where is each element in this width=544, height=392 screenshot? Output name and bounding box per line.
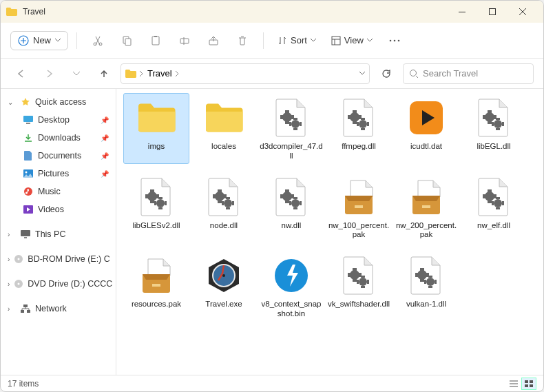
sidebar-dvd[interactable]: › DVD Drive (D:) CCCC <box>1 275 116 293</box>
minimize-button[interactable] <box>447 1 477 23</box>
svg-rect-113 <box>353 279 357 282</box>
file-item[interactable]: icudtl.dat <box>393 93 459 164</box>
maximize-button[interactable] <box>477 1 508 23</box>
sidebar-desktop[interactable]: Desktop 📌 <box>1 111 116 129</box>
new-button[interactable]: New <box>10 31 68 50</box>
sidebar-music[interactable]: Music <box>1 183 116 200</box>
cut-button[interactable] <box>85 28 110 53</box>
copy-button[interactable] <box>114 28 139 53</box>
close-button[interactable] <box>508 1 538 23</box>
sidebar-this-pc[interactable]: › This PC <box>1 225 116 243</box>
back-button[interactable] <box>10 63 32 85</box>
file-item[interactable]: v8_context_snapshot.bin <box>258 251 324 322</box>
desktop-icon <box>23 114 34 125</box>
file-label: imgs <box>148 142 165 152</box>
details-view-button[interactable] <box>506 378 521 390</box>
window-title: Travel <box>23 7 447 17</box>
svg-point-27 <box>18 283 20 285</box>
share-button[interactable] <box>201 28 226 53</box>
more-button[interactable] <box>382 28 407 53</box>
content-area[interactable]: imgslocalesd3dcompiler_47.dllffmpeg.dlli… <box>116 89 543 375</box>
file-item[interactable]: nw_elf.dll <box>461 172 527 243</box>
dll-icon <box>337 96 381 140</box>
search-input[interactable]: Search Travel <box>403 63 534 84</box>
file-item[interactable]: libGLESv2.dll <box>123 172 189 243</box>
svg-point-20 <box>24 187 32 196</box>
svg-point-13 <box>394 39 396 41</box>
downloads-icon <box>23 132 34 143</box>
pc-icon <box>20 229 31 240</box>
file-item[interactable]: d3dcompiler_47.dll <box>258 93 324 164</box>
sidebar-pictures[interactable]: Pictures 📌 <box>1 165 116 183</box>
svg-rect-127 <box>428 286 432 288</box>
disc-icon <box>14 278 23 289</box>
sidebar-downloads[interactable]: Downloads 📌 <box>1 129 116 147</box>
file-item[interactable]: vk_swiftshader.dll <box>326 251 392 322</box>
svg-rect-50 <box>367 122 369 126</box>
svg-rect-29 <box>21 310 24 313</box>
recent-button[interactable] <box>65 63 87 85</box>
navbar: Travel Search Travel <box>1 59 543 89</box>
dll-icon <box>337 254 381 298</box>
sidebar-item-label: DVD Drive (D:) CCCC <box>28 279 112 289</box>
sort-button[interactable]: Sort <box>272 31 322 50</box>
sidebar-network[interactable]: › Network <box>1 300 116 318</box>
svg-rect-64 <box>150 189 154 192</box>
pictures-icon <box>23 168 34 179</box>
file-item[interactable]: locales <box>191 93 257 164</box>
separator <box>76 32 77 49</box>
view-button[interactable]: View <box>326 31 378 50</box>
svg-point-95 <box>494 199 502 207</box>
svg-rect-17 <box>26 123 30 124</box>
file-item[interactable]: nw.dll <box>258 172 324 243</box>
breadcrumb[interactable]: Travel <box>121 63 370 84</box>
svg-rect-102 <box>492 201 494 205</box>
svg-rect-100 <box>496 197 500 199</box>
svg-rect-60 <box>492 122 494 126</box>
svg-rect-34 <box>285 121 289 124</box>
svg-rect-97 <box>488 200 492 203</box>
forward-button[interactable] <box>38 63 60 85</box>
file-item[interactable]: nw_200_percent.pak <box>393 172 459 243</box>
svg-rect-44 <box>353 121 357 124</box>
chevron-right-icon: › <box>8 231 16 238</box>
delete-button[interactable] <box>230 28 255 53</box>
refresh-button[interactable] <box>375 63 397 84</box>
breadcrumb-root[interactable] <box>125 70 143 78</box>
disc-icon <box>14 254 23 265</box>
file-item[interactable]: nw_100_percent.pak <box>326 172 392 243</box>
svg-rect-104 <box>152 284 160 287</box>
svg-rect-89 <box>293 207 297 209</box>
sidebar-quick-access[interactable]: ⌄ Quick access <box>1 93 116 111</box>
chevron-down-icon[interactable] <box>359 72 365 75</box>
file-item[interactable]: resources.pak <box>123 251 189 322</box>
file-item[interactable]: imgs <box>123 93 189 164</box>
paste-button[interactable] <box>143 28 168 53</box>
svg-rect-47 <box>361 118 365 120</box>
file-item[interactable]: libEGL.dll <box>461 93 527 164</box>
file-item[interactable]: Travel.exe <box>191 251 257 322</box>
svg-rect-56 <box>483 115 485 119</box>
file-item[interactable]: ffmpeg.dll <box>326 93 392 164</box>
dll-icon <box>472 96 516 140</box>
dll-icon <box>202 175 246 219</box>
file-item[interactable]: vulkan-1.dll <box>393 251 459 322</box>
breadcrumb-travel[interactable]: Travel <box>147 68 179 79</box>
icons-view-button[interactable] <box>521 378 536 390</box>
sidebar-videos[interactable]: Videos <box>1 200 116 218</box>
svg-point-108 <box>222 274 225 277</box>
pak-icon <box>404 175 448 219</box>
sidebar-item-label: BD-ROM Drive (E:) C <box>28 254 109 264</box>
svg-rect-93 <box>422 205 430 208</box>
up-button[interactable] <box>93 63 115 85</box>
svg-rect-101 <box>496 207 500 209</box>
sidebar-bdrom[interactable]: › BD-ROM Drive (E:) C <box>1 250 116 268</box>
sidebar-documents[interactable]: Documents 📌 <box>1 147 116 165</box>
svg-rect-9 <box>180 39 189 43</box>
status-bar: 17 items <box>1 375 543 391</box>
rename-button[interactable] <box>172 28 197 53</box>
file-item[interactable]: node.dll <box>191 172 257 243</box>
svg-rect-71 <box>165 201 167 205</box>
file-grid: imgslocalesd3dcompiler_47.dllffmpeg.dlli… <box>123 93 536 322</box>
svg-rect-45 <box>348 115 351 119</box>
